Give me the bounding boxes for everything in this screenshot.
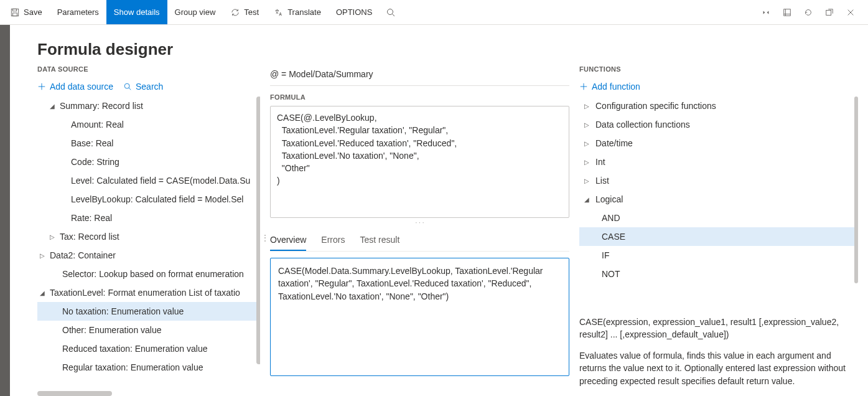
svg-point-6 bbox=[124, 83, 129, 88]
options-button[interactable]: OPTIONS bbox=[329, 0, 380, 24]
data-source-label: DATA SOURCE bbox=[37, 65, 260, 73]
functions-scrollbar-thumb[interactable] bbox=[854, 97, 858, 283]
fn-cat-config[interactable]: ▷Configuration specific functions bbox=[579, 97, 858, 115]
fn-cat-data[interactable]: ▷Data collection functions bbox=[579, 115, 858, 134]
translate-icon bbox=[274, 7, 284, 17]
fn-item-case[interactable]: CASE bbox=[579, 227, 858, 246]
fn-item-if[interactable]: IF bbox=[579, 246, 858, 265]
tree-node-data2[interactable]: ▷Data2: Container bbox=[37, 246, 260, 265]
plus-icon bbox=[37, 82, 46, 91]
tree-node-amount[interactable]: Amount: Real bbox=[37, 115, 260, 134]
horizontal-scrollbar-thumb[interactable] bbox=[37, 391, 112, 396]
left-resize-handle[interactable]: ⋮ bbox=[261, 233, 269, 242]
fn-cat-logical[interactable]: ◢Logical bbox=[579, 190, 858, 209]
parameters-button[interactable]: Parameters bbox=[50, 0, 106, 24]
tree-node-no-taxation[interactable]: No taxation: Enumeration value bbox=[37, 302, 260, 321]
fn-cat-int[interactable]: ▷Int bbox=[579, 153, 858, 171]
tree-node-reduced[interactable]: Reduced taxation: Enumeration value bbox=[37, 339, 260, 358]
tree-node-code[interactable]: Code: String bbox=[37, 153, 260, 171]
function-help: CASE(expression, expression_value1, resu… bbox=[579, 311, 858, 396]
test-button[interactable]: Test bbox=[223, 0, 266, 24]
save-button[interactable]: Save bbox=[2, 0, 50, 24]
left-rail[interactable] bbox=[0, 25, 10, 396]
fn-item-and[interactable]: AND bbox=[579, 209, 858, 227]
tree-node-summary[interactable]: ◢Summary: Record list bbox=[37, 97, 260, 115]
add-data-source-button[interactable]: Add data source bbox=[37, 82, 113, 92]
svg-rect-5 bbox=[826, 10, 831, 15]
tree-node-selector[interactable]: Selector: Lookup based on format enumera… bbox=[37, 265, 260, 283]
connector-icon[interactable] bbox=[756, 2, 776, 22]
functions-tree[interactable]: ▷Configuration specific functions ▷Data … bbox=[579, 97, 858, 311]
page-title: Formula designer bbox=[37, 40, 868, 59]
close-icon[interactable] bbox=[841, 2, 861, 22]
tree-node-tax[interactable]: ▷Tax: Record list bbox=[37, 227, 260, 246]
svg-rect-0 bbox=[11, 9, 18, 16]
add-function-button[interactable]: Add function bbox=[579, 82, 640, 92]
tree-node-regular[interactable]: Regular taxation: Enumeration value bbox=[37, 358, 260, 377]
function-description: Evaluates value of formula, finds this v… bbox=[579, 349, 853, 387]
svg-rect-4 bbox=[784, 9, 791, 16]
toolbar: Save Parameters Show details Group view … bbox=[0, 0, 868, 25]
popout-icon[interactable] bbox=[819, 2, 839, 22]
search-icon bbox=[123, 82, 132, 91]
save-icon bbox=[10, 7, 20, 17]
group-view-button[interactable]: Group view bbox=[167, 0, 223, 24]
tree-node-taxationlevel[interactable]: ◢TaxationLevel: Format enumeration List … bbox=[37, 283, 260, 302]
tab-test-result[interactable]: Test result bbox=[360, 231, 399, 251]
search-icon bbox=[386, 7, 396, 17]
translate-button[interactable]: Translate bbox=[266, 0, 329, 24]
plus-icon bbox=[579, 82, 588, 91]
svg-rect-1 bbox=[13, 9, 17, 11]
fn-cat-list[interactable]: ▷List bbox=[579, 171, 858, 190]
formula-label: FORMULA bbox=[270, 93, 569, 101]
tree-node-levelbylookup[interactable]: LevelByLookup: Calculated field = Model.… bbox=[37, 190, 260, 209]
functions-label: FUNCTIONS bbox=[579, 65, 858, 73]
fn-cat-date[interactable]: ▷Date/time bbox=[579, 134, 858, 153]
tree-node-base[interactable]: Base: Real bbox=[37, 134, 260, 153]
formula-editor[interactable]: CASE(@.LevelByLookup, TaxationLevel.'Reg… bbox=[270, 106, 569, 218]
function-signature: CASE(expression, expression_value1, resu… bbox=[579, 316, 853, 341]
show-details-button[interactable]: Show details bbox=[106, 0, 167, 24]
tab-errors[interactable]: Errors bbox=[321, 231, 345, 251]
svg-rect-2 bbox=[13, 12, 17, 16]
svg-point-3 bbox=[388, 9, 393, 14]
data-source-tree[interactable]: ◢Summary: Record list Amount: Real Base:… bbox=[37, 97, 260, 396]
binding-path: @ = Model/Data/Summary bbox=[270, 65, 569, 86]
reload-icon[interactable] bbox=[798, 2, 818, 22]
search-button[interactable] bbox=[380, 0, 402, 24]
office-icon[interactable] bbox=[777, 2, 797, 22]
overview-text[interactable]: CASE(Model.Data.Summary.LevelByLookup, T… bbox=[270, 258, 569, 376]
resize-handle[interactable]: · · · bbox=[270, 218, 569, 227]
search-data-source-button[interactable]: Search bbox=[123, 82, 163, 92]
tree-node-rate[interactable]: Rate: Real bbox=[37, 209, 260, 227]
tab-overview[interactable]: Overview bbox=[270, 231, 306, 251]
fn-item-not[interactable]: NOT bbox=[579, 265, 858, 283]
tree-node-other[interactable]: Other: Enumeration value bbox=[37, 321, 260, 339]
tree-node-level[interactable]: Level: Calculated field = CASE(model.Dat… bbox=[37, 171, 260, 190]
refresh-icon bbox=[230, 7, 240, 17]
result-tabs: Overview Errors Test result bbox=[270, 227, 569, 252]
